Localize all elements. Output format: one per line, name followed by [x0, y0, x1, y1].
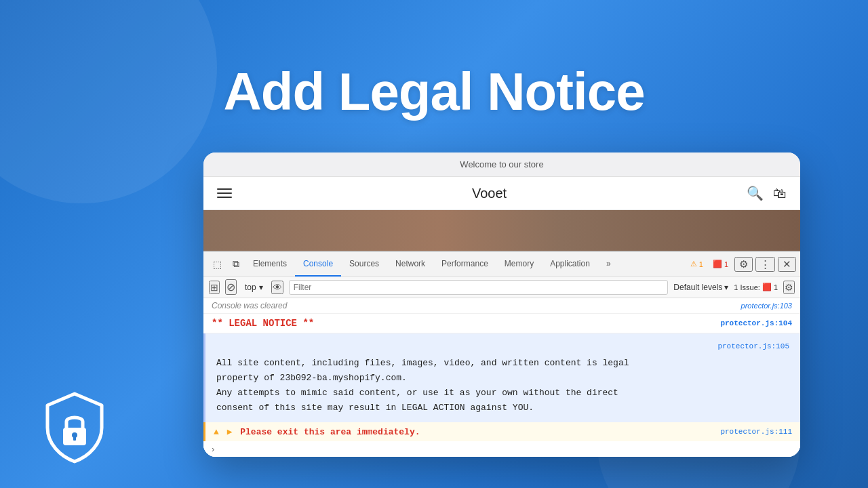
svg-rect-2	[73, 436, 76, 441]
tab-more[interactable]: »	[598, 252, 619, 277]
store-bar-text: Welcome to our store	[460, 159, 543, 169]
console-content: Console was cleared protector.js:103 ** …	[203, 298, 800, 457]
devtools-settings-btn[interactable]: ⚙	[734, 257, 753, 272]
block-line-3: Any attempts to mimic said content, or u…	[216, 386, 789, 401]
search-icon[interactable]: 🔍	[747, 185, 764, 201]
shield-icon	[41, 390, 108, 468]
tab-sources[interactable]: Sources	[341, 252, 387, 277]
tab-network[interactable]: Network	[387, 252, 433, 277]
tab-console[interactable]: Console	[295, 252, 341, 277]
hero-banner	[203, 210, 800, 251]
error-badge: 🟥 1	[709, 258, 732, 270]
devtools-inspect-btn[interactable]: ⬚	[208, 252, 227, 277]
console-filter-input[interactable]	[289, 280, 669, 295]
warning-file-link[interactable]: protector.js:111	[720, 428, 792, 436]
warn-arrow: ▶	[227, 427, 233, 437]
console-warning-row: ▲ ▶ Please exit this area immediately. p…	[203, 422, 800, 441]
page-title: Add Legal Notice	[0, 61, 868, 123]
warning-count: 1	[699, 260, 703, 268]
console-cleared-text: Console was cleared	[212, 301, 287, 310]
hamburger-line-2	[217, 192, 232, 194]
issue-badge: 1 Issue: 🟥 1	[734, 283, 778, 291]
default-levels-chevron: ▾	[724, 283, 728, 292]
block-line-1: All site content, including files, image…	[216, 356, 789, 371]
devtools-device-btn[interactable]: ⧉	[227, 252, 245, 277]
issue-icon: 🟥	[762, 283, 772, 291]
cleared-file-link[interactable]: protector.js:103	[741, 302, 792, 310]
error-count: 1	[724, 260, 728, 268]
nav-left	[217, 188, 232, 198]
devtools-close-btn[interactable]: ✕	[778, 257, 796, 272]
tab-memory[interactable]: Memory	[496, 252, 542, 277]
warning-row-left: ▲ ▶ Please exit this area immediately.	[214, 426, 420, 437]
devtools-more-btn[interactable]: ⋮	[755, 257, 775, 272]
tab-performance[interactable]: Performance	[433, 252, 496, 277]
console-context-select[interactable]: top ▾	[242, 281, 266, 293]
devtools-panel: ⬚ ⧉ Elements Console Sources Network Per…	[203, 251, 800, 457]
cart-icon[interactable]: 🛍	[773, 186, 787, 201]
warning-icon: ⚠	[690, 260, 697, 268]
console-clear-btn[interactable]: ⊘	[225, 279, 237, 295]
block-line-4: consent of this site may result in LEGAL…	[216, 401, 789, 415]
issue-count: 1	[774, 283, 778, 291]
nav-right: 🔍 🛍	[747, 185, 787, 201]
tab-elements[interactable]: Elements	[245, 252, 295, 277]
console-arrow: ›	[212, 444, 214, 454]
nav-bar: Vooet 🔍 🛍	[203, 177, 800, 210]
console-cleared-row: Console was cleared protector.js:103	[203, 298, 800, 314]
legal-notice-block: protector.js:105 All site content, inclu…	[203, 333, 800, 422]
console-eye-btn[interactable]: 👁	[271, 281, 283, 294]
block-file-link[interactable]: protector.js:105	[216, 340, 789, 353]
legal-notice-header-text: ** LEGAL NOTICE **	[212, 318, 314, 329]
hamburger-menu[interactable]	[217, 188, 232, 198]
tab-application[interactable]: Application	[542, 252, 598, 277]
devtools-tabs-bar: ⬚ ⧉ Elements Console Sources Network Per…	[203, 252, 800, 277]
console-context-label: top	[245, 283, 256, 292]
hamburger-line-3	[217, 197, 232, 198]
console-toolbar: ⊞ ⊘ top ▾ 👁 Default levels ▾ 1 Issue: 🟥 …	[203, 277, 800, 298]
hamburger-line-1	[217, 188, 232, 190]
nav-brand: Vooet	[472, 186, 507, 201]
console-sidebar-btn[interactable]: ⊞	[209, 281, 220, 294]
default-levels-label: Default levels	[673, 283, 722, 292]
legal-header-file-link[interactable]: protector.js:104	[720, 319, 792, 327]
block-line-2: property of 23b092-ba.myshopify.com.	[216, 371, 789, 386]
devtools-tabs-right: ⚠ 1 🟥 1 ⚙ ⋮ ✕	[687, 257, 796, 272]
console-settings-btn[interactable]: ⚙	[783, 281, 795, 294]
console-arrow-row: ›	[203, 441, 800, 457]
issue-label: 1 Issue:	[734, 283, 760, 291]
warning-badge: ⚠ 1	[687, 258, 707, 270]
browser-card: Welcome to our store Vooet 🔍 🛍 ⬚ ⧉ Eleme…	[203, 152, 800, 457]
store-bar: Welcome to our store	[203, 152, 800, 177]
warning-message: Please exit this area immediately.	[240, 427, 420, 437]
default-levels-select[interactable]: Default levels ▾	[673, 283, 728, 292]
console-context-chevron: ▾	[259, 283, 263, 292]
warn-triangle-icon: ▲	[214, 427, 219, 437]
legal-notice-header-row: ** LEGAL NOTICE ** protector.js:104	[203, 314, 800, 333]
error-icon: 🟥	[713, 260, 722, 268]
